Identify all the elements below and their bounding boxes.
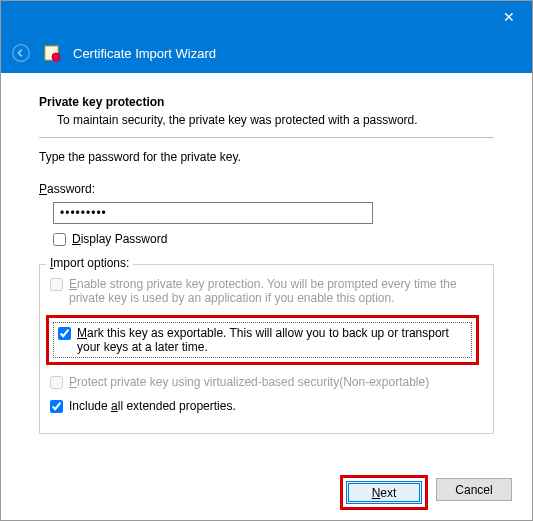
display-password-checkbox[interactable] bbox=[53, 233, 66, 246]
next-button[interactable]: Next bbox=[346, 481, 422, 504]
divider bbox=[39, 137, 494, 138]
section-heading: Private key protection bbox=[39, 95, 494, 109]
cancel-button[interactable]: Cancel bbox=[436, 478, 512, 501]
svg-point-2 bbox=[52, 53, 60, 61]
wizard-title: Certificate Import Wizard bbox=[73, 46, 216, 61]
next-button-highlight: Next bbox=[340, 475, 428, 510]
wizard-body: Private key protection To maintain secur… bbox=[1, 73, 532, 434]
password-label: Password: bbox=[39, 182, 95, 196]
section-subheading: To maintain security, the private key wa… bbox=[39, 109, 494, 127]
extended-properties-label[interactable]: Include all extended properties. bbox=[69, 399, 236, 413]
import-options-group: Import options: Enable strong private ke… bbox=[39, 264, 494, 434]
mark-exportable-label[interactable]: Mark this key as exportable. This will a… bbox=[77, 326, 467, 354]
virtualized-security-checkbox bbox=[50, 376, 63, 389]
svg-point-0 bbox=[13, 45, 30, 62]
back-arrow-icon bbox=[9, 41, 33, 65]
strong-protection-label: Enable strong private key protection. Yo… bbox=[69, 277, 477, 305]
titlebar: ✕ bbox=[1, 1, 532, 33]
strong-protection-checkbox bbox=[50, 278, 63, 291]
password-group: Password: Display Password bbox=[39, 182, 494, 246]
wizard-footer: Next Cancel bbox=[340, 475, 512, 510]
close-button[interactable]: ✕ bbox=[486, 1, 532, 33]
import-options-legend: Import options: bbox=[46, 256, 133, 270]
password-input[interactable] bbox=[53, 202, 373, 224]
extended-properties-checkbox[interactable] bbox=[50, 400, 63, 413]
wizard-header: Certificate Import Wizard bbox=[1, 33, 532, 73]
virtualized-security-label: Protect private key using virtualized-ba… bbox=[69, 375, 429, 389]
exportable-highlight: Mark this key as exportable. This will a… bbox=[46, 315, 479, 365]
password-prompt: Type the password for the private key. bbox=[39, 150, 494, 164]
display-password-label[interactable]: Display Password bbox=[72, 232, 167, 246]
mark-exportable-checkbox[interactable] bbox=[58, 327, 71, 340]
certificate-wizard-icon bbox=[43, 43, 63, 63]
